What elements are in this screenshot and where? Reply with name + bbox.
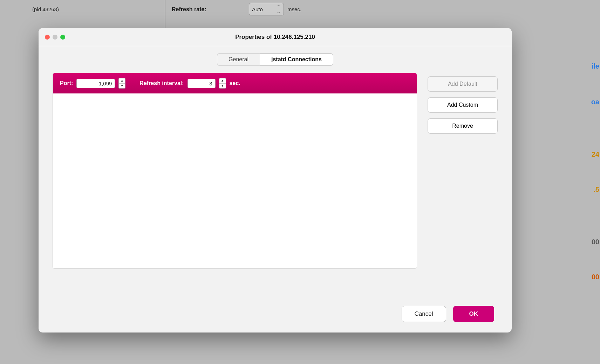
tab-general[interactable]: General xyxy=(217,53,260,66)
refresh-interval-label: Refresh interval: xyxy=(139,80,184,86)
interval-spinner[interactable]: ▲ ▼ xyxy=(219,78,226,89)
port-up-arrow[interactable]: ▲ xyxy=(119,78,125,84)
window-controls xyxy=(45,35,65,40)
content-area: Port: ▲ ▼ Refresh interval: ▲ ▼ sec. xyxy=(39,73,512,299)
dialog-window: Properties of 10.246.125.210 General jst… xyxy=(39,28,512,332)
tab-bar: General jstatd Connections xyxy=(217,53,333,66)
interval-unit-label: sec. xyxy=(230,80,240,86)
port-down-arrow[interactable]: ▼ xyxy=(119,84,125,89)
title-bar: Properties of 10.246.125.210 xyxy=(39,28,512,46)
ok-button[interactable]: OK xyxy=(453,306,495,322)
panel-header: Port: ▲ ▼ Refresh interval: ▲ ▼ sec. xyxy=(53,73,417,93)
refresh-interval-field: Refresh interval: ▲ ▼ sec. xyxy=(139,78,240,89)
remove-button[interactable]: Remove xyxy=(428,118,498,134)
right-edge-text-6: 00 xyxy=(592,273,599,281)
interval-up-arrow[interactable]: ▲ xyxy=(219,78,226,84)
connections-list xyxy=(53,93,417,268)
tab-jstatd[interactable]: jstatd Connections xyxy=(260,53,333,66)
right-edge-text-1: ile xyxy=(592,62,599,70)
connections-panel: Port: ▲ ▼ Refresh interval: ▲ ▼ sec. xyxy=(53,73,417,269)
port-input[interactable] xyxy=(76,79,115,88)
add-custom-button[interactable]: Add Custom xyxy=(428,97,498,113)
minimize-button[interactable] xyxy=(53,35,57,40)
right-edge-text-4: .5 xyxy=(593,186,599,194)
right-edge-text-5: 00 xyxy=(592,238,599,246)
right-edge-text-2: oa xyxy=(591,98,599,106)
add-default-button[interactable]: Add Default xyxy=(428,76,498,92)
dialog-title: Properties of 10.246.125.210 xyxy=(235,34,315,41)
port-field: Port: ▲ ▼ xyxy=(60,78,125,89)
cancel-button[interactable]: Cancel xyxy=(402,306,446,322)
maximize-button[interactable] xyxy=(60,35,65,40)
side-buttons: Add Default Add Custom Remove xyxy=(428,73,498,134)
bottom-bar: Cancel OK xyxy=(39,299,512,322)
port-spinner[interactable]: ▲ ▼ xyxy=(118,78,125,89)
refresh-interval-input[interactable] xyxy=(188,79,216,88)
right-edge-text-3: 24 xyxy=(592,150,599,159)
interval-down-arrow[interactable]: ▼ xyxy=(219,84,226,89)
close-button[interactable] xyxy=(45,35,50,40)
port-label: Port: xyxy=(60,80,73,86)
